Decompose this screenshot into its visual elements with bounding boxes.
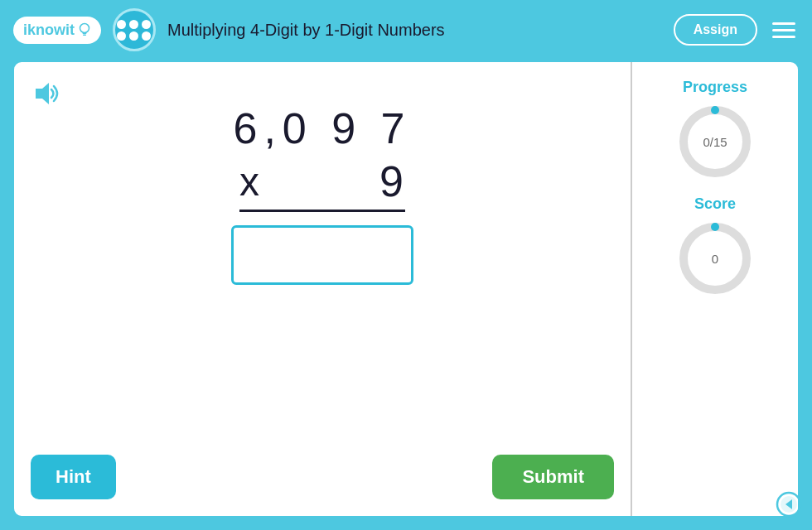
dot	[129, 31, 138, 41]
progress-label: Progress	[683, 79, 747, 96]
menu-line	[772, 29, 795, 31]
submit-button[interactable]: Submit	[492, 455, 614, 499]
logo: iknowit	[13, 17, 101, 44]
score-label: Score	[694, 195, 736, 213]
dot	[129, 20, 138, 29]
svg-marker-3	[36, 83, 49, 104]
score-circle: 0	[678, 221, 752, 296]
progress-circle: 0/15	[678, 104, 752, 179]
activity-title: Multiplying 4-Digit by 1-Digit Numbers	[167, 21, 662, 40]
main-content: 6,0 9 7 x 9 Hint Submit Progress 0/15	[12, 60, 800, 518]
hint-button[interactable]: Hint	[31, 455, 116, 499]
math-problem: 6,0 9 7 x 9	[39, 104, 606, 499]
dot	[117, 20, 126, 29]
score-value: 0	[712, 252, 718, 266]
score-section: Score 0	[678, 195, 752, 296]
back-icon	[776, 491, 800, 518]
right-panel: Progress 0/15 Score 0	[632, 62, 798, 516]
svg-rect-1	[83, 32, 87, 34]
multiply-symbol: x	[239, 159, 259, 205]
dot	[142, 31, 151, 41]
assign-button[interactable]: Assign	[674, 14, 757, 46]
speaker-icon	[31, 79, 60, 108]
answer-input[interactable]	[231, 225, 413, 285]
progress-value: 0/15	[703, 135, 727, 149]
problem-number: 6,0 9 7	[233, 104, 411, 153]
app-header: iknowit Multiplying 4-Digit by 1-Digit N…	[0, 0, 812, 60]
svg-rect-2	[83, 35, 86, 36]
menu-button[interactable]	[769, 19, 799, 41]
svg-point-0	[80, 24, 89, 33]
bulb-icon	[78, 22, 91, 37]
menu-line	[772, 36, 795, 38]
dot	[142, 20, 151, 29]
dots-grid	[117, 20, 152, 41]
progress-section: Progress 0/15	[678, 79, 752, 179]
bottom-bar: Hint Submit	[31, 455, 614, 499]
menu-line	[772, 22, 795, 25]
speaker-button[interactable]	[31, 79, 60, 112]
multiplier-row: x 9	[239, 157, 405, 212]
logo-text: iknowit	[23, 22, 75, 39]
left-panel: 6,0 9 7 x 9 Hint Submit	[14, 62, 632, 516]
back-button[interactable]	[776, 491, 800, 518]
activity-icon	[113, 8, 156, 51]
dot	[117, 31, 126, 41]
multiplier-value: 9	[379, 157, 405, 206]
